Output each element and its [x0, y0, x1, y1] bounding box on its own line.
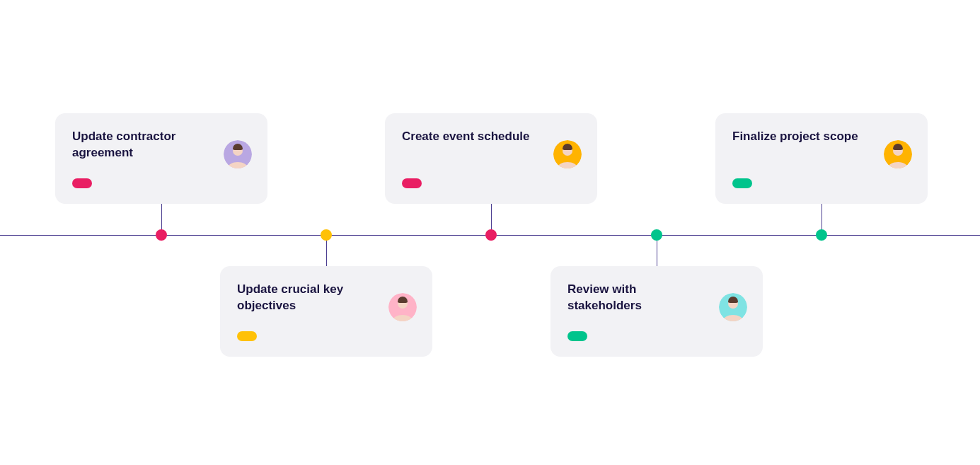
timeline-dot — [651, 229, 662, 241]
card-title: Update crucial key objectives — [237, 282, 371, 314]
status-pill — [402, 178, 422, 188]
status-pill — [567, 331, 587, 341]
timeline-card[interactable]: Create event schedule — [385, 113, 597, 204]
status-pill — [72, 178, 92, 188]
avatar — [224, 140, 252, 168]
timeline-dot — [321, 229, 332, 241]
timeline-card[interactable]: Update contractor agreement — [55, 113, 267, 204]
status-pill — [732, 178, 752, 188]
timeline-card[interactable]: Review with stakeholders — [550, 266, 763, 357]
card-title: Review with stakeholders — [567, 282, 702, 314]
timeline-diagram: Update contractor agreement Update cruci… — [0, 0, 980, 465]
card-title: Finalize project scope — [732, 129, 867, 145]
avatar — [388, 293, 417, 321]
status-pill — [237, 331, 257, 341]
avatar — [553, 140, 582, 168]
avatar — [719, 293, 747, 321]
timeline-dot — [816, 229, 827, 241]
timeline-card[interactable]: Update crucial key objectives — [220, 266, 432, 357]
card-title: Update contractor agreement — [72, 129, 207, 161]
timeline-card[interactable]: Finalize project scope — [715, 113, 928, 204]
timeline-dot — [156, 229, 167, 241]
avatar — [884, 140, 912, 168]
timeline-dot — [485, 229, 497, 241]
card-title: Create event schedule — [402, 129, 536, 145]
